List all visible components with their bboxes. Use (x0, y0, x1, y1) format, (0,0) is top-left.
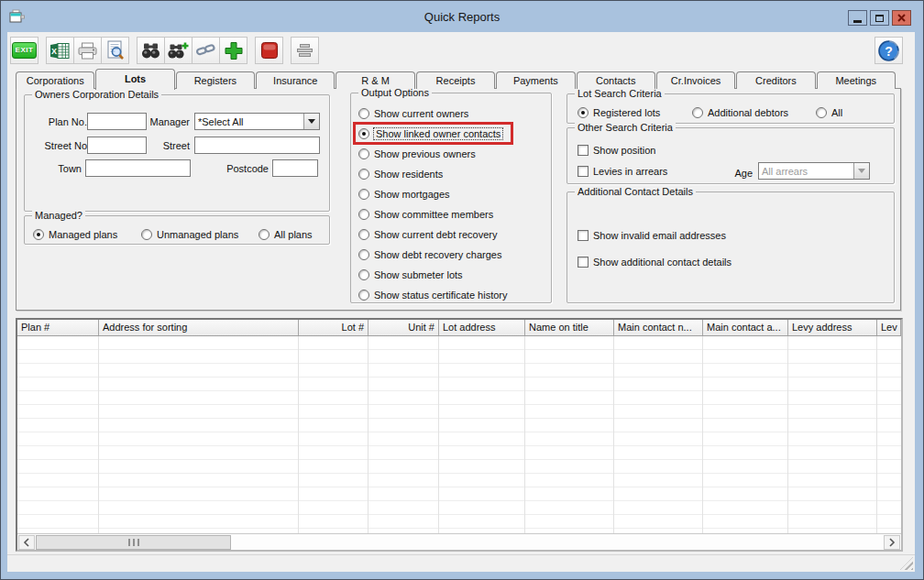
group-managed: Managed? Managed plansUnmanaged plansAll… (24, 215, 330, 245)
street-input[interactable] (194, 137, 320, 154)
radio-label: Show status certificate history (374, 290, 508, 301)
radio-show-status-certificate-history[interactable]: Show status certificate history (358, 289, 508, 301)
checkbox-levies-in-arrears[interactable]: Levies in arrears (578, 165, 667, 177)
column-header-address-for-sorting[interactable]: Address for sorting (99, 320, 299, 335)
minimize-button[interactable] (848, 10, 867, 26)
grid-column-line (298, 336, 299, 533)
tab-registers[interactable]: Registers (176, 71, 255, 89)
grid-column-line (876, 336, 877, 533)
radio-circle (141, 229, 152, 240)
tab-payments[interactable]: Payments (496, 71, 575, 89)
content-area: EXITX? CorporationsLotsRegistersInsuranc… (7, 32, 915, 572)
column-header-unit[interactable]: Unit # (368, 320, 439, 335)
tab-cr-invoices[interactable]: Cr.Invoices (656, 71, 735, 89)
tab-contacts[interactable]: Contacts (577, 71, 655, 89)
radio-label: Show residents (374, 169, 443, 180)
radio-show-mortgages[interactable]: Show mortgages (358, 188, 450, 200)
chevron-down-icon (853, 163, 869, 179)
radio-additional-debtors[interactable]: Additional debtors (692, 106, 788, 118)
scrollbar-grip-icon (128, 539, 139, 546)
radio-managed-plans[interactable]: Managed plans (33, 228, 117, 240)
radio-circle (358, 209, 369, 220)
radio-all-plans[interactable]: All plans (258, 228, 313, 240)
radio-show-residents[interactable]: Show residents (358, 168, 443, 180)
grid-column-line (438, 336, 439, 533)
find-add-button[interactable] (164, 37, 192, 64)
grid-column-line (613, 336, 614, 533)
tab-corporations[interactable]: Corporations (16, 71, 94, 89)
radio-label: Show linked owner contacts (374, 128, 502, 139)
tab-meetings[interactable]: Meetings (817, 71, 896, 89)
town-input[interactable] (85, 159, 191, 177)
scroll-left-button[interactable] (18, 535, 35, 550)
checkbox-box (578, 166, 588, 177)
chevron-down-icon[interactable] (303, 114, 319, 129)
column-header-name-on-title[interactable]: Name on title (525, 320, 614, 335)
scrollbar-thumb[interactable] (36, 535, 231, 550)
checkbox-show-invalid-email-addresses[interactable]: Show invalid email addresses (578, 229, 726, 241)
print-button[interactable] (73, 37, 102, 64)
tab-lots[interactable]: Lots (95, 69, 174, 90)
column-header-levy-address[interactable]: Levy address (788, 320, 877, 335)
link-button[interactable] (192, 37, 220, 64)
status-bar (7, 554, 915, 572)
checkbox-label: Show position (593, 145, 656, 156)
horizontal-scrollbar[interactable] (17, 533, 901, 550)
add-button[interactable] (219, 37, 248, 64)
resize-grip[interactable] (900, 557, 913, 570)
tab-insurance[interactable]: Insurance (256, 71, 335, 89)
column-header-plan[interactable]: Plan # (17, 320, 99, 335)
exit-button[interactable]: EXIT (10, 37, 38, 64)
checkbox-show-additional-contact-details[interactable]: Show additional contact details (578, 256, 732, 268)
grid-body[interactable] (17, 336, 901, 533)
link-icon (195, 41, 216, 60)
binoculars-add-icon (168, 41, 189, 60)
find-button[interactable] (137, 37, 165, 64)
radio-show-previous-owners[interactable]: Show previous owners (358, 148, 476, 159)
radio-show-linked-owner-contacts[interactable]: Show linked owner contacts (358, 127, 502, 139)
manager-combobox[interactable]: *Select All (194, 113, 320, 130)
group-legend: Managed? (32, 210, 85, 221)
column-header-lot-address[interactable]: Lot address (439, 320, 525, 335)
tab-receipts[interactable]: Receipts (416, 71, 495, 89)
radio-registered-lots[interactable]: Registered lots (578, 106, 660, 118)
radio-circle (358, 249, 369, 260)
radio-unmanaged-plans[interactable]: Unmanaged plans (141, 228, 238, 240)
radio-show-committee-members[interactable]: Show committee members (358, 208, 493, 220)
window-controls (848, 10, 911, 26)
checkbox-show-position[interactable]: Show position (578, 144, 656, 156)
radio-circle (33, 229, 44, 240)
tab-creditors[interactable]: Creditors (736, 71, 815, 89)
window-title: Quick Reports (2, 10, 922, 24)
stop-button[interactable] (255, 37, 283, 64)
radio-show-submeter-lots[interactable]: Show submeter lots (358, 268, 463, 280)
radio-all[interactable]: All (816, 106, 842, 118)
close-button[interactable] (892, 10, 911, 26)
radio-circle (358, 148, 369, 159)
radio-show-current-debt-recovery[interactable]: Show current debt recovery (358, 228, 498, 240)
grid-column-line (702, 336, 703, 533)
print-preview-button[interactable] (101, 37, 129, 64)
tab-r-m[interactable]: R & M (336, 71, 414, 89)
radio-show-debt-recovery-charges[interactable]: Show debt recovery charges (358, 248, 501, 260)
radio-show-current-owners[interactable]: Show current owners (358, 107, 468, 119)
layout-button[interactable] (291, 37, 319, 64)
radio-label: Show debt recovery charges (374, 249, 501, 260)
maximize-button[interactable] (870, 10, 889, 26)
scroll-left-icon (23, 536, 30, 550)
scroll-right-button[interactable] (884, 535, 900, 550)
scroll-right-icon (888, 536, 896, 550)
postcode-input[interactable] (272, 159, 318, 177)
column-header-lot[interactable]: Lot # (299, 320, 368, 335)
radio-circle (358, 108, 369, 119)
group-legend: Other Search Criteria (575, 122, 676, 133)
column-header-main-contact-n[interactable]: Main contact n... (614, 320, 703, 335)
help-button[interactable]: ? (874, 37, 903, 64)
radio-label: Show current debt recovery (374, 229, 498, 240)
column-header-lev[interactable]: Lev (877, 320, 901, 335)
group-legend: Owners Corporation Details (32, 89, 161, 100)
plus-icon (224, 41, 244, 60)
export-excel-button[interactable]: X (46, 37, 74, 64)
group-legend: Additional Contact Details (575, 186, 696, 197)
column-header-main-contact-a[interactable]: Main contact a... (703, 320, 788, 335)
